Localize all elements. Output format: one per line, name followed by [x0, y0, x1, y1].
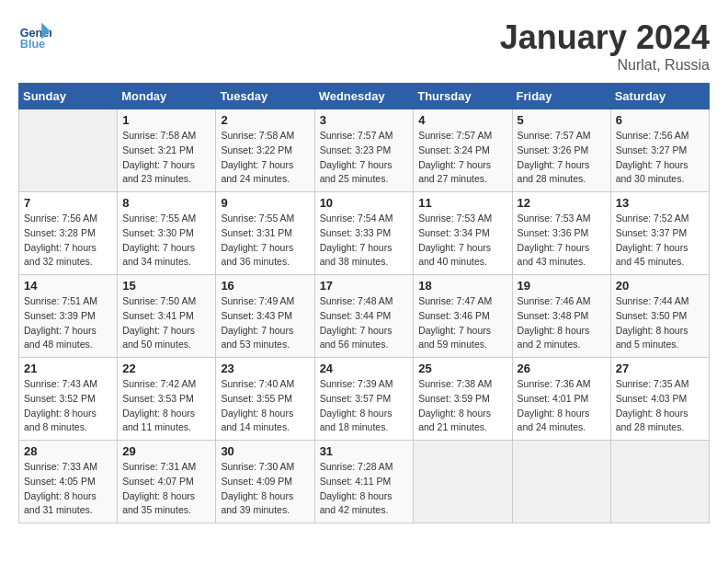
- day-number: 24: [320, 362, 409, 375]
- day-number: 1: [122, 113, 210, 127]
- calendar-cell: 24Sunrise: 7:39 AMSunset: 3:57 PMDayligh…: [314, 358, 414, 441]
- week-row-4: 21Sunrise: 7:43 AMSunset: 3:52 PMDayligh…: [19, 358, 710, 441]
- day-info: Sunrise: 7:44 AMSunset: 3:50 PMDaylight:…: [616, 294, 704, 352]
- day-number: 15: [122, 279, 210, 293]
- calendar-cell: 31Sunrise: 7:28 AMSunset: 4:11 PMDayligh…: [314, 441, 414, 523]
- day-number: 16: [221, 279, 309, 293]
- day-info: Sunrise: 7:48 AMSunset: 3:44 PMDaylight:…: [320, 294, 409, 352]
- weekday-header-tuesday: Tuesday: [216, 84, 314, 109]
- day-info: Sunrise: 7:50 AMSunset: 3:41 PMDaylight:…: [122, 294, 210, 352]
- calendar-cell: 12Sunrise: 7:53 AMSunset: 3:36 PMDayligh…: [512, 192, 610, 275]
- day-number: 17: [320, 279, 409, 293]
- page-header: General Blue January 2024 Nurlat, Russia: [18, 18, 710, 74]
- day-number: 13: [616, 196, 704, 210]
- weekday-header-monday: Monday: [118, 84, 216, 109]
- weekday-header-wednesday: Wednesday: [314, 84, 414, 109]
- calendar-cell: 4Sunrise: 7:57 AMSunset: 3:24 PMDaylight…: [414, 109, 512, 192]
- day-info: Sunrise: 7:33 AMSunset: 4:05 PMDaylight:…: [24, 460, 112, 518]
- calendar-cell: 29Sunrise: 7:31 AMSunset: 4:07 PMDayligh…: [118, 441, 216, 523]
- calendar-cell: 16Sunrise: 7:49 AMSunset: 3:43 PMDayligh…: [216, 275, 314, 358]
- day-number: 4: [418, 113, 506, 127]
- day-info: Sunrise: 7:31 AMSunset: 4:07 PMDaylight:…: [122, 460, 210, 518]
- calendar-cell: 3Sunrise: 7:57 AMSunset: 3:23 PMDaylight…: [314, 109, 414, 192]
- calendar-cell: 27Sunrise: 7:35 AMSunset: 4:03 PMDayligh…: [610, 358, 709, 441]
- day-info: Sunrise: 7:58 AMSunset: 3:22 PMDaylight:…: [221, 129, 309, 187]
- day-info: Sunrise: 7:36 AMSunset: 4:01 PMDaylight:…: [518, 377, 606, 435]
- day-number: 29: [122, 444, 210, 458]
- day-info: Sunrise: 7:57 AMSunset: 3:23 PMDaylight:…: [320, 129, 409, 187]
- calendar-cell: [414, 441, 512, 523]
- calendar-cell: 8Sunrise: 7:55 AMSunset: 3:30 PMDaylight…: [118, 192, 216, 275]
- day-info: Sunrise: 7:55 AMSunset: 3:31 PMDaylight:…: [221, 212, 309, 270]
- calendar-cell: 17Sunrise: 7:48 AMSunset: 3:44 PMDayligh…: [314, 275, 414, 358]
- calendar-cell: 9Sunrise: 7:55 AMSunset: 3:31 PMDaylight…: [216, 192, 314, 275]
- day-number: 26: [518, 362, 606, 375]
- day-info: Sunrise: 7:28 AMSunset: 4:11 PMDaylight:…: [320, 460, 409, 518]
- day-number: 8: [122, 196, 210, 210]
- location: Nurlat, Russia: [500, 57, 710, 74]
- week-row-5: 28Sunrise: 7:33 AMSunset: 4:05 PMDayligh…: [19, 441, 710, 523]
- week-row-3: 14Sunrise: 7:51 AMSunset: 3:39 PMDayligh…: [19, 275, 710, 358]
- weekday-header-friday: Friday: [512, 84, 610, 109]
- day-number: 7: [24, 196, 112, 210]
- calendar-cell: 6Sunrise: 7:56 AMSunset: 3:27 PMDaylight…: [610, 109, 709, 192]
- calendar-cell: 22Sunrise: 7:42 AMSunset: 3:53 PMDayligh…: [118, 358, 216, 441]
- calendar-cell: [610, 441, 709, 523]
- calendar-cell: [512, 441, 610, 523]
- day-number: 14: [24, 279, 112, 293]
- calendar-cell: [19, 109, 118, 192]
- logo: General Blue: [18, 18, 55, 52]
- day-number: 10: [320, 196, 409, 210]
- day-number: 18: [418, 279, 506, 293]
- day-info: Sunrise: 7:53 AMSunset: 3:36 PMDaylight:…: [518, 212, 606, 270]
- calendar-cell: 20Sunrise: 7:44 AMSunset: 3:50 PMDayligh…: [610, 275, 709, 358]
- day-number: 12: [518, 196, 606, 210]
- day-number: 3: [320, 113, 409, 127]
- day-info: Sunrise: 7:30 AMSunset: 4:09 PMDaylight:…: [221, 460, 309, 518]
- calendar-cell: 26Sunrise: 7:36 AMSunset: 4:01 PMDayligh…: [512, 358, 610, 441]
- day-info: Sunrise: 7:54 AMSunset: 3:33 PMDaylight:…: [320, 212, 409, 270]
- day-info: Sunrise: 7:57 AMSunset: 3:24 PMDaylight:…: [418, 129, 506, 187]
- calendar-cell: 18Sunrise: 7:47 AMSunset: 3:46 PMDayligh…: [414, 275, 512, 358]
- day-info: Sunrise: 7:42 AMSunset: 3:53 PMDaylight:…: [122, 377, 210, 435]
- day-number: 20: [616, 279, 704, 293]
- day-info: Sunrise: 7:56 AMSunset: 3:28 PMDaylight:…: [24, 212, 112, 270]
- day-number: 21: [24, 362, 112, 375]
- day-number: 25: [418, 362, 506, 375]
- day-number: 6: [616, 113, 704, 127]
- calendar-cell: 28Sunrise: 7:33 AMSunset: 4:05 PMDayligh…: [19, 441, 118, 523]
- svg-text:Blue: Blue: [20, 38, 45, 51]
- day-info: Sunrise: 7:51 AMSunset: 3:39 PMDaylight:…: [24, 294, 112, 352]
- calendar-cell: 21Sunrise: 7:43 AMSunset: 3:52 PMDayligh…: [19, 358, 118, 441]
- calendar-cell: 2Sunrise: 7:58 AMSunset: 3:22 PMDaylight…: [216, 109, 314, 192]
- calendar-cell: 11Sunrise: 7:53 AMSunset: 3:34 PMDayligh…: [414, 192, 512, 275]
- calendar-cell: 14Sunrise: 7:51 AMSunset: 3:39 PMDayligh…: [19, 275, 118, 358]
- day-number: 30: [221, 444, 309, 458]
- day-number: 9: [221, 196, 309, 210]
- calendar-cell: 5Sunrise: 7:57 AMSunset: 3:26 PMDaylight…: [512, 109, 610, 192]
- day-info: Sunrise: 7:57 AMSunset: 3:26 PMDaylight:…: [518, 129, 606, 187]
- day-info: Sunrise: 7:46 AMSunset: 3:48 PMDaylight:…: [518, 294, 606, 352]
- calendar-cell: 23Sunrise: 7:40 AMSunset: 3:55 PMDayligh…: [216, 358, 314, 441]
- day-number: 27: [616, 362, 704, 375]
- weekday-header-saturday: Saturday: [610, 84, 709, 109]
- day-info: Sunrise: 7:47 AMSunset: 3:46 PMDaylight:…: [418, 294, 506, 352]
- day-info: Sunrise: 7:39 AMSunset: 3:57 PMDaylight:…: [320, 377, 409, 435]
- calendar-cell: 10Sunrise: 7:54 AMSunset: 3:33 PMDayligh…: [314, 192, 414, 275]
- day-info: Sunrise: 7:40 AMSunset: 3:55 PMDaylight:…: [221, 377, 309, 435]
- logo-icon: General Blue: [18, 18, 51, 52]
- calendar-cell: 19Sunrise: 7:46 AMSunset: 3:48 PMDayligh…: [512, 275, 610, 358]
- day-info: Sunrise: 7:58 AMSunset: 3:21 PMDaylight:…: [122, 129, 210, 187]
- weekday-header-thursday: Thursday: [414, 84, 512, 109]
- day-number: 5: [518, 113, 606, 127]
- day-number: 22: [122, 362, 210, 375]
- calendar-cell: 25Sunrise: 7:38 AMSunset: 3:59 PMDayligh…: [414, 358, 512, 441]
- day-info: Sunrise: 7:56 AMSunset: 3:27 PMDaylight:…: [616, 129, 704, 187]
- calendar-cell: 13Sunrise: 7:52 AMSunset: 3:37 PMDayligh…: [610, 192, 709, 275]
- title-block: January 2024 Nurlat, Russia: [500, 18, 710, 74]
- day-info: Sunrise: 7:35 AMSunset: 4:03 PMDaylight:…: [616, 377, 704, 435]
- calendar-table: SundayMondayTuesdayWednesdayThursdayFrid…: [18, 83, 710, 523]
- day-info: Sunrise: 7:52 AMSunset: 3:37 PMDaylight:…: [616, 212, 704, 270]
- day-number: 19: [518, 279, 606, 293]
- calendar-cell: 7Sunrise: 7:56 AMSunset: 3:28 PMDaylight…: [19, 192, 118, 275]
